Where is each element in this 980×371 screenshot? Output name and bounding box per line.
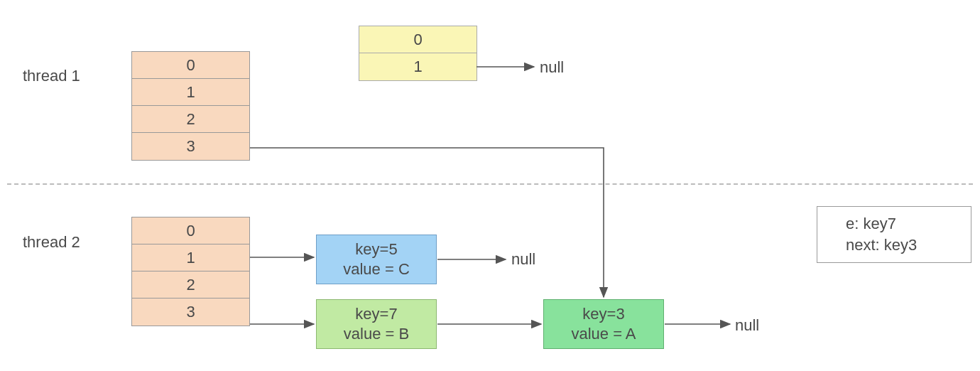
diagram-canvas: thread 1 0 1 2 3 0 1 null thread 2 0 1 2…	[0, 0, 980, 371]
state-next: next: key3	[846, 235, 971, 256]
thread2-label: thread 2	[23, 233, 80, 252]
node-b-value: value = B	[317, 324, 436, 344]
node-c-value: value = C	[317, 259, 436, 279]
thread1-newtable-cell-0: 0	[359, 26, 477, 53]
node-c-null: null	[511, 250, 535, 269]
thread2-cell-0: 0	[132, 217, 249, 244]
thread1-table: 0 1 2 3	[131, 51, 250, 161]
state-e: e: key7	[846, 213, 971, 235]
node-a-value: value = A	[544, 324, 663, 344]
thread1-cell-2: 2	[132, 106, 249, 133]
thread1-cell-1: 1	[132, 79, 249, 106]
thread1-newtable-cell-1: 1	[359, 53, 477, 80]
thread2-cell-2: 2	[132, 271, 249, 299]
node-c-key: key=5	[317, 240, 436, 259]
node-b: key=7 value = B	[316, 299, 437, 349]
node-c: key=5 value = C	[316, 235, 437, 284]
thread1-label: thread 1	[23, 67, 80, 85]
thread-divider	[7, 183, 973, 185]
state-box: e: key7 next: key3	[817, 206, 971, 263]
thread2-table: 0 1 2 3	[131, 217, 250, 326]
thread2-cell-1: 1	[132, 244, 249, 271]
thread1-cell-0: 0	[132, 52, 249, 79]
node-a-null: null	[735, 316, 759, 335]
thread2-cell-3: 3	[132, 299, 249, 326]
node-b-key: key=7	[317, 304, 436, 324]
thread1-cell-3: 3	[132, 133, 249, 160]
thread1-newtable: 0 1	[359, 26, 477, 81]
node-a: key=3 value = A	[543, 299, 664, 349]
node-a-key: key=3	[544, 304, 663, 324]
thread1-null: null	[540, 58, 564, 77]
